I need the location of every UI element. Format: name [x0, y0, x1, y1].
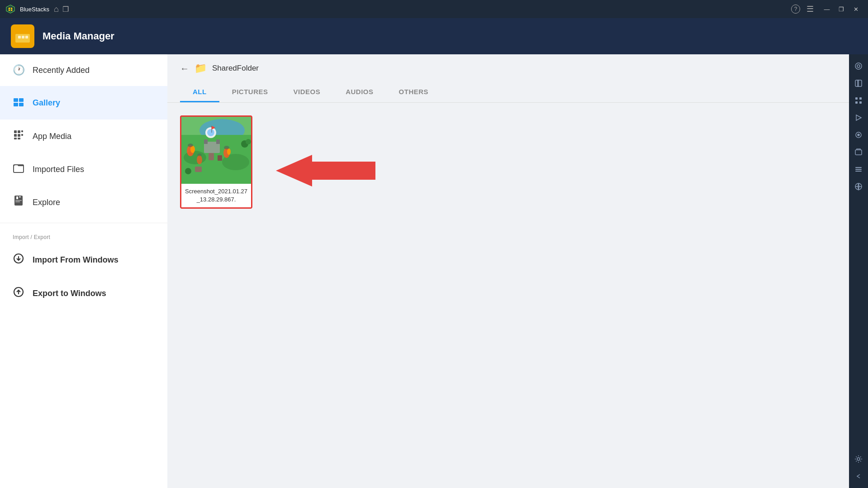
svg-rect-29	[15, 201, 20, 202]
sidebar-item-app-media[interactable]: App Media	[0, 120, 167, 153]
tab-audios[interactable]: AUDIOS	[333, 82, 386, 102]
svg-rect-67	[855, 101, 858, 104]
svg-rect-65	[855, 97, 858, 100]
file-grid: Screenshot_2021.01.27_13.28.29.867.	[180, 115, 836, 209]
svg-point-45	[227, 148, 231, 155]
sidebar: 🕐 Recently Added Gallery	[0, 54, 167, 488]
rs-icon-5[interactable]	[850, 127, 867, 143]
svg-rect-28	[15, 200, 22, 201]
svg-point-54	[185, 168, 191, 174]
import-icon	[13, 253, 24, 267]
tab-pictures[interactable]: PICTURES	[219, 82, 281, 102]
svg-rect-18	[21, 130, 23, 132]
sidebar-item-gallery[interactable]: Gallery	[0, 86, 167, 120]
svg-marker-69	[856, 115, 861, 120]
title-bar-left: BlueStacks ⌂ ❐	[5, 4, 69, 14]
svg-rect-49	[209, 153, 214, 160]
svg-rect-26	[16, 196, 18, 199]
svg-rect-16	[14, 130, 17, 133]
svg-rect-27	[19, 196, 21, 197]
svg-rect-17	[18, 130, 20, 133]
tab-all[interactable]: ALL	[180, 82, 219, 102]
svg-rect-22	[14, 138, 17, 139]
stack-nav-icon[interactable]: ❐	[62, 5, 69, 14]
title-bar-nav: ⌂ ❐	[54, 5, 69, 14]
svg-rect-23	[18, 138, 20, 139]
svg-rect-6	[11, 10, 12, 11]
svg-point-78	[857, 458, 860, 460]
svg-point-61	[855, 63, 862, 69]
rs-settings-icon[interactable]	[850, 451, 867, 467]
tab-videos[interactable]: VIDEOS	[281, 82, 333, 102]
tab-others[interactable]: OTHERS	[386, 82, 441, 102]
menu-icon[interactable]: ☰	[806, 4, 814, 14]
rs-collapse-icon[interactable]	[850, 468, 867, 484]
back-button[interactable]: ←	[180, 63, 189, 74]
sidebar-item-recently-added[interactable]: 🕐 Recently Added	[0, 54, 167, 86]
svg-rect-11	[25, 36, 28, 38]
rs-icon-4[interactable]	[850, 110, 867, 126]
svg-rect-5	[9, 10, 10, 11]
svg-point-47	[197, 153, 202, 156]
explore-label: Explore	[33, 198, 60, 207]
export-label: Export to Windows	[33, 289, 106, 298]
svg-rect-3	[9, 8, 10, 9]
imported-files-icon	[13, 163, 24, 176]
home-nav-icon[interactable]: ⌂	[54, 5, 59, 14]
svg-rect-72	[855, 150, 862, 155]
sidebar-item-explore[interactable]: Explore	[0, 186, 167, 219]
help-icon[interactable]: ?	[791, 5, 800, 14]
svg-rect-56	[204, 139, 208, 144]
rs-icon-8[interactable]	[850, 178, 867, 195]
file-item[interactable]: Screenshot_2021.01.27_13.28.29.867.	[180, 115, 252, 209]
close-button[interactable]: ✕	[849, 4, 863, 14]
svg-rect-10	[22, 36, 24, 38]
folder-icon	[14, 28, 31, 44]
svg-rect-74	[855, 169, 862, 170]
svg-point-71	[858, 134, 859, 136]
minimize-button[interactable]: —	[820, 4, 834, 14]
rs-icon-7[interactable]	[850, 161, 867, 177]
svg-point-62	[857, 65, 860, 67]
clock-icon: 🕐	[13, 64, 24, 76]
svg-rect-57	[216, 139, 220, 144]
svg-point-46	[188, 144, 193, 147]
rs-icon-1[interactable]	[850, 58, 867, 74]
header: Media Manager	[0, 18, 868, 54]
app-media-icon	[13, 129, 24, 143]
right-panel: ← 📁 SharedFolder ALL PICTURES VIDEOS AUD…	[167, 54, 849, 488]
rs-icon-3[interactable]	[850, 92, 867, 109]
svg-rect-12	[14, 98, 18, 102]
svg-rect-68	[859, 101, 862, 104]
file-name: Screenshot_2021.01.27_13.28.29.867.	[181, 184, 251, 207]
svg-rect-20	[18, 134, 20, 137]
sidebar-item-export[interactable]: Export to Windows	[0, 277, 167, 310]
file-thumbnail	[181, 117, 251, 184]
breadcrumb: ← 📁 SharedFolder	[167, 54, 849, 82]
folder-breadcrumb-icon: 📁	[194, 62, 207, 74]
import-label: Import From Windows	[33, 255, 119, 265]
svg-rect-64	[858, 80, 859, 86]
svg-point-40	[207, 129, 214, 136]
maximize-button[interactable]: ❐	[835, 4, 848, 14]
rs-icon-6[interactable]	[850, 144, 867, 160]
svg-rect-50	[218, 155, 222, 161]
svg-rect-9	[18, 36, 21, 38]
gallery-icon	[13, 96, 24, 110]
svg-point-43	[197, 155, 202, 164]
page-title: Media Manager	[43, 30, 114, 42]
game-screenshot	[181, 117, 251, 184]
right-sidebar	[849, 54, 868, 488]
sidebar-item-imported-files[interactable]: Imported Files	[0, 153, 167, 186]
recently-added-label: Recently Added	[33, 66, 90, 75]
main-content: 🕐 Recently Added Gallery	[0, 54, 868, 488]
rs-icon-2[interactable]	[850, 75, 867, 91]
svg-rect-73	[855, 167, 862, 168]
content-area: Screenshot_2021.01.27_13.28.29.867.	[167, 103, 849, 488]
imported-files-label: Imported Files	[33, 165, 84, 174]
svg-rect-4	[11, 8, 12, 9]
svg-rect-15	[19, 103, 24, 106]
sidebar-divider	[0, 223, 167, 223]
sidebar-item-import[interactable]: Import From Windows	[0, 243, 167, 277]
gallery-label: Gallery	[33, 98, 60, 108]
